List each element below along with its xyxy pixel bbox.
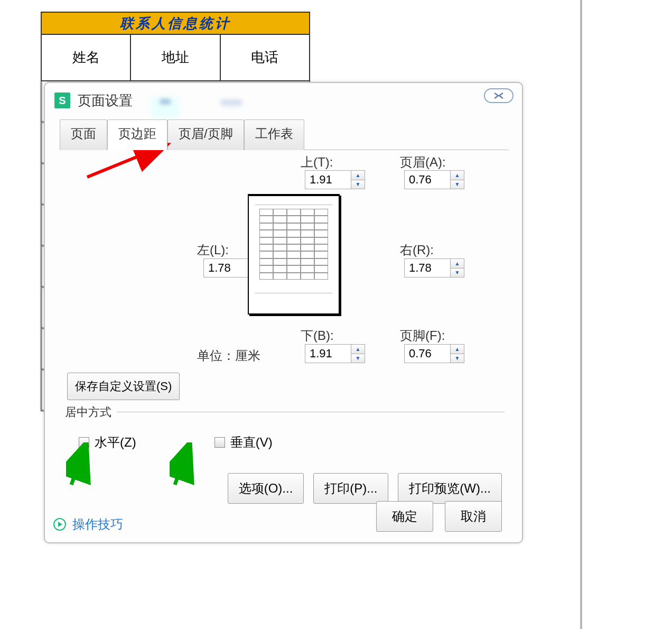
wps-s-icon: S xyxy=(54,92,70,108)
ok-button[interactable]: 确定 xyxy=(376,501,433,532)
left-input[interactable] xyxy=(204,259,249,277)
right-label: 右(R): xyxy=(400,242,434,258)
options-button[interactable]: 选项(O)... xyxy=(228,473,304,504)
top-spinner[interactable]: ▲▼ xyxy=(305,170,365,189)
spin-up-icon[interactable]: ▲ xyxy=(451,259,464,269)
vertical-checkbox[interactable] xyxy=(214,437,225,448)
tab-bar: 页面 页边距 页眉/页脚 工作表 xyxy=(60,119,509,150)
bg-header-name: 姓名 xyxy=(41,35,131,81)
horizontal-label: 水平(Z) xyxy=(95,434,136,451)
cancel-button[interactable]: 取消 xyxy=(445,501,502,532)
right-input[interactable] xyxy=(405,259,450,277)
print-button[interactable]: 打印(P)... xyxy=(313,473,388,504)
bg-header-addr: 地址 xyxy=(131,35,220,81)
spin-down-icon[interactable]: ▼ xyxy=(351,180,365,189)
close-button[interactable] xyxy=(484,88,514,103)
spin-up-icon[interactable]: ▲ xyxy=(351,345,365,354)
spin-up-icon[interactable]: ▲ xyxy=(451,345,464,354)
bottom-label: 下(B): xyxy=(301,327,334,344)
dialog-title: 页面设置 xyxy=(78,91,133,110)
spin-down-icon[interactable]: ▼ xyxy=(451,180,464,189)
top-input[interactable] xyxy=(305,171,351,189)
horizontal-check-item[interactable]: 水平(Z) xyxy=(79,434,136,451)
spin-down-icon[interactable]: ▼ xyxy=(451,269,464,278)
tab-header-footer[interactable]: 页眉/页脚 xyxy=(167,119,244,150)
tab-page[interactable]: 页面 xyxy=(60,119,107,150)
tab-margins[interactable]: 页边距 xyxy=(107,119,167,150)
top-label: 上(T): xyxy=(301,154,333,171)
bg-title: 联系人信息统计 xyxy=(41,12,310,35)
footer-label: 页脚(F): xyxy=(400,327,445,344)
bg-header-phone: 电话 xyxy=(221,35,310,81)
close-icon xyxy=(494,92,503,99)
spin-down-icon[interactable]: ▼ xyxy=(351,354,365,363)
tab-sheet[interactable]: 工作表 xyxy=(244,119,304,150)
right-spinner[interactable]: ▲▼ xyxy=(404,258,464,278)
header-spinner[interactable]: ▲▼ xyxy=(404,170,464,189)
dialog-titlebar[interactable]: S 页面设置 ■■━━━━ xyxy=(45,83,522,118)
bottom-input[interactable] xyxy=(305,345,351,363)
vertical-check-item[interactable]: 垂直(V) xyxy=(214,434,273,451)
print-preview-button[interactable]: 打印预览(W)... xyxy=(398,473,502,504)
footer-spinner[interactable]: ▲▼ xyxy=(404,344,464,363)
page-setup-dialog: S 页面设置 ■■━━━━ 页面 页边距 页眉/页脚 工作表 上(T): ▲▼ … xyxy=(44,82,523,543)
header-input[interactable] xyxy=(405,171,450,189)
spin-up-icon[interactable]: ▲ xyxy=(451,171,464,180)
tips-link[interactable]: 操作技巧 xyxy=(72,516,123,533)
left-label: 左(L): xyxy=(197,242,229,258)
tips-link-row: 操作技巧 xyxy=(53,516,123,533)
save-custom-button[interactable]: 保存自定义设置(S) xyxy=(67,373,180,400)
play-icon xyxy=(53,518,66,531)
vertical-label: 垂直(V) xyxy=(230,434,273,451)
center-legend: 居中方式 xyxy=(65,404,117,420)
page-preview xyxy=(248,194,340,314)
spin-down-icon[interactable]: ▼ xyxy=(451,354,464,363)
page-border xyxy=(580,0,582,629)
unit-label: 单位：厘米 xyxy=(197,347,260,364)
bottom-spinner[interactable]: ▲▼ xyxy=(305,344,365,363)
spin-up-icon[interactable]: ▲ xyxy=(351,171,365,180)
header-label: 页眉(A): xyxy=(400,154,446,171)
blurred-background-content: ■■━━━━ xyxy=(151,97,341,118)
footer-input[interactable] xyxy=(405,345,450,363)
horizontal-checkbox[interactable] xyxy=(79,437,89,448)
